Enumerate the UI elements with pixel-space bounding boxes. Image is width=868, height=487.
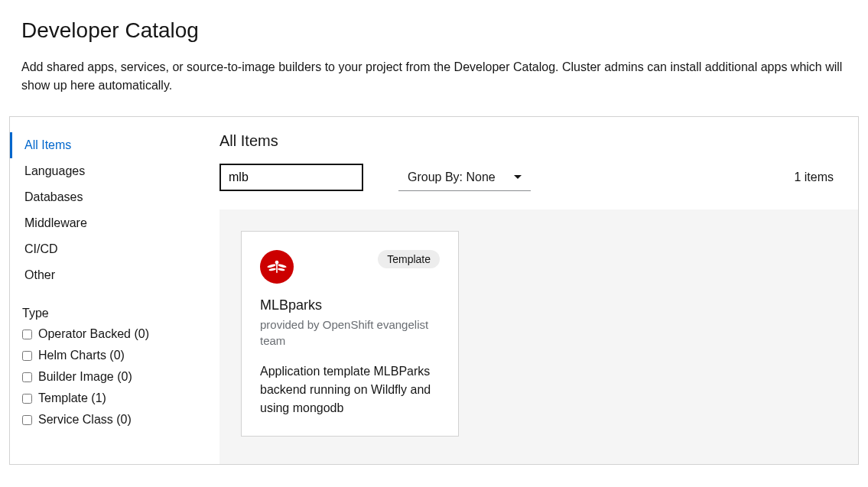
group-by-dropdown[interactable]: Group By: None: [398, 164, 531, 191]
type-filter-section: Type Operator Backed (0) Helm Charts (0)…: [10, 307, 195, 430]
sidebar-item-languages[interactable]: Languages: [10, 158, 195, 184]
page-description: Add shared apps, services, or source-to-…: [21, 58, 847, 95]
filter-label: Template (1): [38, 391, 106, 405]
svg-rect-5: [276, 263, 278, 273]
filter-label: Operator Backed (0): [38, 327, 149, 341]
filter-helm-charts[interactable]: Helm Charts (0): [10, 345, 195, 366]
filter-template[interactable]: Template (1): [10, 388, 195, 409]
toolbar: Group By: None 1 items: [219, 164, 858, 191]
catalog-container: All Items Languages Databases Middleware…: [9, 116, 859, 465]
sidebar-item-cicd[interactable]: CI/CD: [10, 236, 195, 262]
wildfly-icon: [260, 250, 294, 284]
filter-label: Helm Charts (0): [38, 349, 125, 362]
caret-down-icon: [514, 175, 522, 179]
filter-title: Type: [10, 307, 195, 323]
svg-point-4: [278, 268, 285, 271]
filter-checkbox-helm-charts[interactable]: [22, 351, 32, 361]
search-input[interactable]: [219, 164, 363, 191]
category-list: All Items Languages Databases Middleware…: [10, 132, 195, 288]
svg-point-3: [268, 268, 276, 271]
filter-checkbox-builder-image[interactable]: [22, 372, 32, 382]
sidebar-item-databases[interactable]: Databases: [10, 184, 195, 210]
group-by-label: Group By: None: [408, 170, 496, 184]
card-provider: provided by OpenShift evangelist team: [260, 317, 440, 349]
filter-checkbox-service-class[interactable]: [22, 415, 32, 425]
page-title: Developer Catalog: [21, 18, 847, 43]
card-badge: Template: [378, 250, 440, 268]
filter-checkbox-operator-backed[interactable]: [22, 330, 32, 339]
panel-title: All Items: [219, 132, 858, 150]
dragonfly-icon: [266, 256, 288, 278]
svg-point-1: [267, 264, 276, 268]
items-count: 1 items: [794, 170, 834, 184]
card-title: MLBparks: [260, 297, 440, 313]
filter-label: Service Class (0): [38, 413, 132, 427]
filter-label: Builder Image (0): [38, 370, 132, 384]
main-panel: All Items Group By: None 1 items: [207, 117, 858, 464]
filter-checkbox-template[interactable]: [22, 394, 32, 404]
filter-builder-image[interactable]: Builder Image (0): [10, 366, 195, 388]
catalog-card[interactable]: Template MLBparks provided by OpenShift …: [241, 231, 459, 437]
sidebar: All Items Languages Databases Middleware…: [10, 117, 207, 464]
sidebar-item-other[interactable]: Other: [10, 262, 195, 288]
svg-point-2: [278, 264, 287, 268]
filter-operator-backed[interactable]: Operator Backed (0): [10, 323, 195, 345]
card-description: Application template MLBParks backend ru…: [260, 362, 440, 417]
results-area: Template MLBparks provided by OpenShift …: [219, 209, 858, 464]
sidebar-item-all-items[interactable]: All Items: [10, 132, 195, 158]
sidebar-item-middleware[interactable]: Middleware: [10, 210, 195, 236]
filter-service-class[interactable]: Service Class (0): [10, 409, 195, 430]
card-header: Template: [260, 250, 440, 284]
